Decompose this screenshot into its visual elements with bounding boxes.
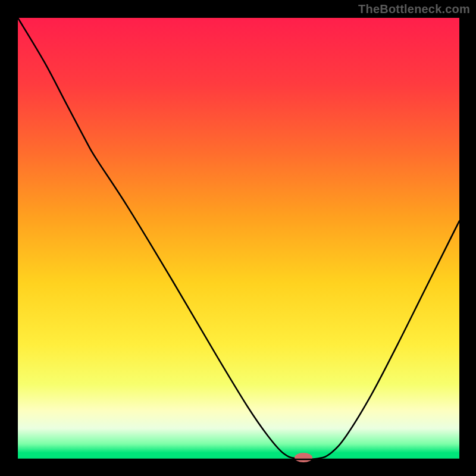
- chart-frame: { "watermark": "TheBottleneck.com", "col…: [0, 0, 476, 476]
- bottleneck-chart: [0, 0, 476, 476]
- optimal-marker: [295, 453, 312, 462]
- watermark-text: TheBottleneck.com: [358, 2, 470, 16]
